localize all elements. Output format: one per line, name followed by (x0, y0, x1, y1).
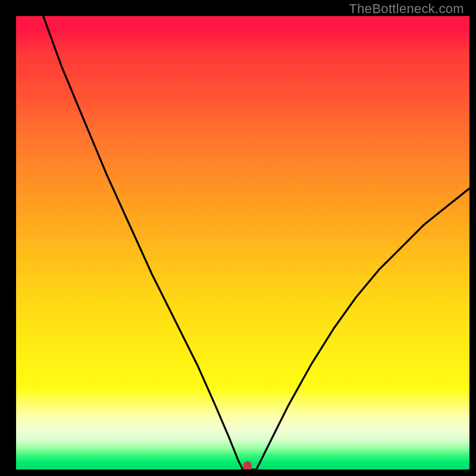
chart-frame (5, 5, 471, 471)
watermark-label: TheBottleneck.com (349, 1, 464, 17)
plot-area (16, 16, 469, 469)
bottleneck-curve-path (43, 16, 469, 469)
optimal-point-marker-icon (243, 461, 252, 469)
bottleneck-curve-svg (16, 16, 469, 469)
